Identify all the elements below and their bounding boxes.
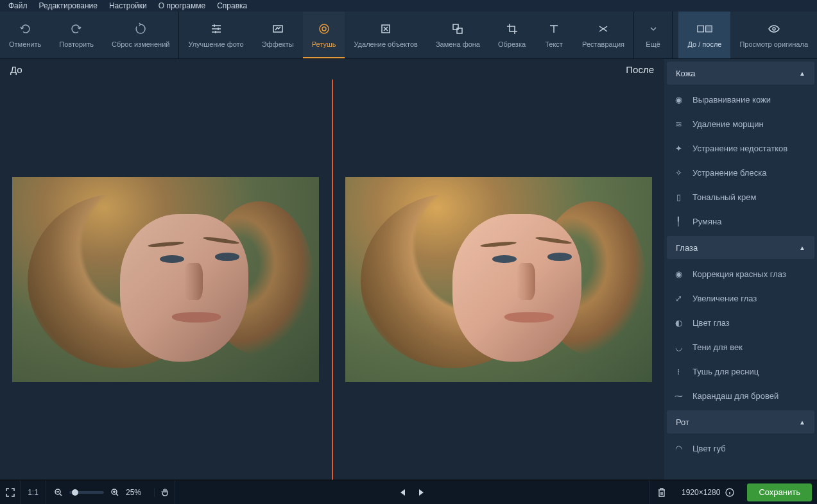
menu-settings[interactable]: Настройки: [104, 0, 152, 12]
tool-blush[interactable]: ╿Румяна: [664, 209, 817, 233]
section-mouth[interactable]: Рот ▲: [667, 410, 814, 433]
info-icon[interactable]: [725, 488, 734, 497]
undo-icon: [17, 21, 33, 37]
retouch-button[interactable]: Ретушь: [303, 12, 345, 58]
fit-button[interactable]: 1:1: [21, 480, 46, 505]
retouch-sidebar: Кожа ▲ ◉Выравнивание кожи ≋Удаление морщ…: [664, 59, 817, 480]
next-button[interactable]: [418, 488, 426, 497]
tool-eye-color[interactable]: ◐Цвет глаз: [664, 310, 817, 335]
eye-icon: [766, 21, 782, 37]
tool-skin-smoothing[interactable]: ◉Выравнивание кожи: [664, 87, 817, 112]
toolbar: Отменить Повторить Сброс изменений Улучш…: [0, 12, 817, 59]
statusbar: 1:1 25% 1920×1280 Сохранить: [0, 480, 817, 504]
enhance-button[interactable]: Улучшение фото: [179, 12, 252, 58]
dimensions: 1920×1280: [674, 488, 742, 497]
tool-eyeshadow[interactable]: ◡Тени для век: [664, 335, 817, 359]
menu-about[interactable]: О программе: [153, 0, 211, 12]
svg-rect-6: [698, 26, 704, 32]
fullscreen-button[interactable]: [0, 480, 21, 505]
tool-foundation[interactable]: ▯Тональный крем: [664, 185, 817, 209]
delete-button[interactable]: [649, 480, 674, 505]
section-eyes[interactable]: Глаза ▲: [667, 236, 814, 259]
bg-label: Замена фона: [436, 40, 480, 49]
chevron-down-icon: [646, 21, 661, 37]
before-after-button[interactable]: До / после: [678, 12, 730, 58]
save-button[interactable]: Сохранить: [747, 483, 812, 501]
crop-button[interactable]: Обрезка: [489, 12, 535, 58]
zoom-in-button[interactable]: [110, 488, 119, 497]
before-after-container: [0, 80, 664, 480]
effects-button[interactable]: Эффекты: [253, 12, 303, 58]
zoom-slider[interactable]: [69, 491, 104, 494]
after-panel[interactable]: [333, 80, 665, 480]
restore-label: Реставрация: [582, 40, 624, 49]
erase-button[interactable]: Удаление объектов: [345, 12, 426, 58]
section-skin[interactable]: Кожа ▲: [667, 62, 814, 85]
before-image: [12, 177, 319, 382]
lips-icon: ◠: [673, 443, 684, 453]
more-button[interactable]: Ещё: [634, 12, 673, 58]
tool-red-eye[interactable]: ◉Коррекция красных глаз: [664, 262, 817, 286]
undo-button[interactable]: Отменить: [0, 12, 50, 58]
eye-color-icon: ◐: [673, 317, 684, 328]
tool-eye-enlarge[interactable]: ⤢Увеличение глаз: [664, 286, 817, 310]
enlarge-icon: ⤢: [673, 293, 684, 303]
erase-icon: [378, 21, 393, 37]
orig-label: Просмотр оригинала: [739, 40, 808, 49]
restore-icon: [596, 21, 611, 37]
chevron-up-icon: ▲: [799, 70, 805, 77]
svg-point-2: [322, 27, 326, 31]
crop-label: Обрезка: [498, 40, 526, 49]
tool-shine-removal[interactable]: ✧Устранение блеска: [664, 160, 817, 185]
after-image: [345, 177, 652, 382]
svg-point-8: [773, 28, 775, 30]
before-after-icon: [697, 21, 712, 37]
svg-point-1: [320, 24, 329, 33]
view-original-button[interactable]: Просмотр оригинала: [730, 12, 817, 58]
tool-blemish-removal[interactable]: ✦Устранение недостатков: [664, 136, 817, 160]
menu-file[interactable]: Файл: [3, 0, 33, 12]
sliders-icon: [209, 21, 224, 37]
pan-button[interactable]: [155, 480, 175, 505]
svg-rect-4: [453, 24, 458, 29]
after-label: После: [626, 64, 654, 75]
retouch-icon: [316, 21, 332, 37]
blush-icon: ╿: [673, 216, 684, 226]
section-skin-label: Кожа: [676, 69, 696, 78]
menu-help[interactable]: Справка: [212, 0, 252, 12]
zoom-out-button[interactable]: [54, 488, 63, 497]
ba-label: До / после: [687, 40, 721, 49]
before-panel[interactable]: [0, 80, 332, 480]
menu-edit[interactable]: Редактирование: [34, 0, 103, 12]
bg-button[interactable]: Замена фона: [427, 12, 489, 58]
redo-button[interactable]: Повторить: [50, 12, 103, 58]
reset-button[interactable]: Сброс изменений: [103, 12, 178, 58]
menubar: Файл Редактирование Настройки О программ…: [0, 0, 817, 12]
effects-icon: [270, 21, 286, 37]
tool-lip-color[interactable]: ◠Цвет губ: [664, 436, 817, 460]
reset-icon: [133, 21, 148, 37]
tool-wrinkle-removal[interactable]: ≋Удаление морщин: [664, 112, 817, 136]
eyeshadow-icon: ◡: [673, 342, 684, 352]
shine-icon: ✧: [673, 167, 684, 178]
chevron-up-icon: ▲: [799, 244, 805, 251]
nav-controls: [175, 488, 649, 497]
before-after-header: До После: [0, 59, 664, 80]
bg-icon: [450, 21, 465, 37]
enhance-label: Улучшение фото: [188, 40, 243, 49]
canvas-area: До После: [0, 59, 664, 480]
tool-eyebrow-pencil[interactable]: ⁓Карандаш для бровей: [664, 383, 817, 408]
retouch-label: Ретушь: [312, 40, 336, 49]
tool-mascara[interactable]: ⫶Тушь для ресниц: [664, 359, 817, 383]
restore-button[interactable]: Реставрация: [573, 12, 633, 58]
redeye-icon: ◉: [673, 269, 684, 279]
erase-label: Удаление объектов: [354, 40, 417, 49]
before-label: До: [10, 64, 22, 75]
effects-label: Эффекты: [262, 40, 294, 49]
zoom-percent: 25%: [126, 488, 146, 497]
text-button[interactable]: Текст: [535, 12, 573, 58]
eyebrow-icon: ⁓: [673, 391, 684, 401]
svg-rect-5: [457, 28, 462, 33]
prev-button[interactable]: [399, 488, 406, 497]
undo-label: Отменить: [9, 40, 41, 49]
